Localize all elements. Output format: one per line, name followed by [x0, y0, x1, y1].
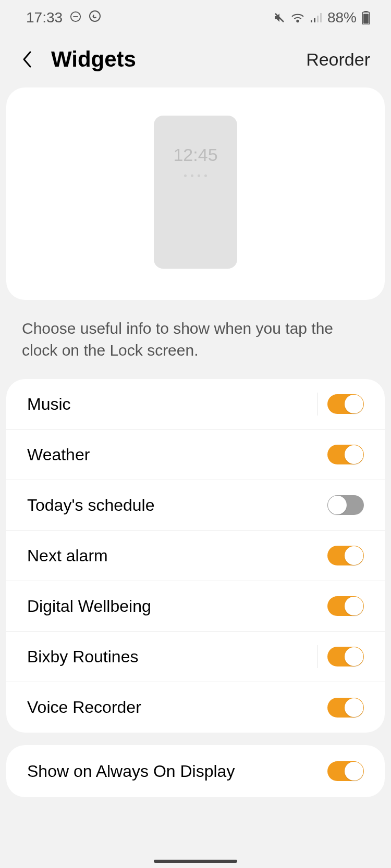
widget-label: Next alarm [27, 546, 327, 565]
battery-icon [362, 11, 370, 24]
vertical-divider [317, 645, 318, 668]
page-title: Widgets [51, 47, 306, 72]
wifi-icon [291, 12, 304, 23]
widget-label: Digital Wellbeing [27, 597, 327, 616]
widget-row-voice-recorder[interactable]: Voice Recorder [6, 682, 385, 733]
aod-label: Show on Always On Display [27, 762, 327, 781]
status-left: 17:33 [26, 9, 101, 26]
widget-label: Bixby Routines [27, 647, 317, 666]
widget-row-wellbeing[interactable]: Digital Wellbeing [6, 581, 385, 632]
signal-icon [310, 12, 322, 23]
mute-icon [273, 11, 286, 24]
widget-row-schedule[interactable]: Today's schedule [6, 480, 385, 531]
header: Widgets Reorder [0, 31, 391, 87]
svg-rect-5 [311, 20, 312, 22]
phone-preview: 12:45 [154, 116, 237, 269]
svg-point-4 [297, 20, 298, 22]
dnd-icon [70, 9, 81, 26]
widget-label: Music [27, 395, 317, 414]
widget-label: Voice Recorder [27, 698, 327, 717]
svg-rect-8 [320, 13, 322, 22]
svg-point-2 [90, 11, 100, 21]
widget-row-alarm[interactable]: Next alarm [6, 531, 385, 581]
widget-row-music[interactable]: Music [6, 379, 385, 430]
back-button[interactable] [21, 49, 42, 70]
preview-card: 12:45 [6, 87, 385, 300]
svg-rect-6 [314, 18, 315, 22]
widget-list: Music Weather Today's schedule Next alar… [6, 379, 385, 733]
aod-card: Show on Always On Display [6, 745, 385, 797]
preview-page-dots [184, 174, 207, 177]
gesture-handle[interactable] [154, 860, 237, 863]
toggle-weather[interactable] [327, 445, 364, 464]
svg-rect-7 [317, 16, 319, 22]
widget-row-weather[interactable]: Weather [6, 430, 385, 480]
widget-label: Weather [27, 445, 327, 464]
status-bar: 17:33 88% [0, 0, 391, 31]
toggle-wellbeing[interactable] [327, 596, 364, 616]
status-right: 88% [273, 9, 370, 26]
status-time: 17:33 [26, 9, 63, 26]
toggle-alarm[interactable] [327, 546, 364, 565]
section-description: Choose useful info to show when you tap … [0, 300, 391, 379]
toggle-bixby[interactable] [327, 647, 364, 666]
widget-label: Today's schedule [27, 496, 327, 515]
toggle-aod[interactable] [327, 761, 364, 781]
widget-row-bixby[interactable]: Bixby Routines [6, 632, 385, 682]
whatsapp-icon [89, 9, 101, 26]
svg-rect-11 [363, 14, 369, 23]
toggle-music[interactable] [327, 394, 364, 414]
battery-percent: 88% [327, 9, 357, 26]
reorder-button[interactable]: Reorder [306, 49, 370, 70]
toggle-schedule[interactable] [327, 495, 364, 515]
preview-clock: 12:45 [173, 145, 217, 165]
aod-row[interactable]: Show on Always On Display [6, 745, 385, 797]
toggle-voice-recorder[interactable] [327, 698, 364, 718]
vertical-divider [317, 393, 318, 416]
